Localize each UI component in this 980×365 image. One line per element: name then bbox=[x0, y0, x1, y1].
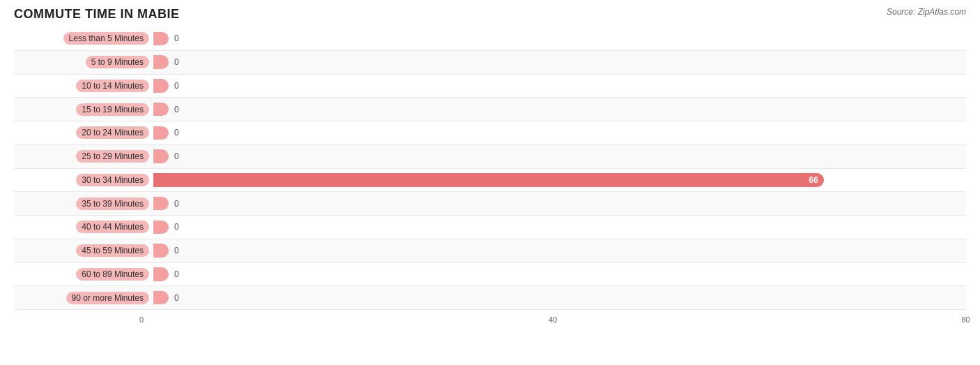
bar-label: 20 to 24 Minutes bbox=[76, 126, 149, 139]
bar-track: 0 bbox=[153, 263, 966, 286]
bar-label-cell: 25 to 29 Minutes bbox=[14, 150, 153, 163]
bar-track: 0 bbox=[153, 27, 966, 50]
bar-value: 0 bbox=[174, 246, 179, 255]
bar-track: 0 bbox=[153, 239, 966, 262]
table-row: 35 to 39 Minutes0 bbox=[14, 192, 966, 216]
bar-track: 66 bbox=[153, 169, 966, 192]
table-row: 25 to 29 Minutes0 bbox=[14, 145, 966, 169]
bar-track: 0 bbox=[153, 216, 966, 239]
bar-label-cell: 90 or more Minutes bbox=[14, 292, 153, 304]
bar-label-cell: 10 to 14 Minutes bbox=[14, 80, 153, 92]
table-row: 40 to 44 Minutes0 bbox=[14, 216, 966, 239]
chart-header: COMMUTE TIME IN MABIE Source: ZipAtlas.c… bbox=[14, 7, 966, 22]
bar-label: Less than 5 Minutes bbox=[63, 32, 149, 45]
axis-label: 0 bbox=[139, 315, 144, 324]
bar-fill: 0 bbox=[153, 267, 169, 281]
bar-label-cell: 20 to 24 Minutes bbox=[14, 126, 153, 139]
table-row: 5 to 9 Minutes0 bbox=[14, 51, 966, 75]
table-row: 90 or more Minutes0 bbox=[14, 286, 966, 310]
table-row: 60 to 89 Minutes0 bbox=[14, 263, 966, 287]
bar-value: 0 bbox=[174, 269, 179, 279]
bar-value: 0 bbox=[174, 81, 179, 91]
bar-label: 25 to 29 Minutes bbox=[76, 150, 149, 163]
table-row: 20 to 24 Minutes0 bbox=[14, 121, 966, 145]
chart-container: COMMUTE TIME IN MABIE Source: ZipAtlas.c… bbox=[0, 0, 980, 365]
table-row: 10 to 14 Minutes0 bbox=[14, 75, 966, 98]
bar-fill: 0 bbox=[153, 79, 169, 93]
bar-label-cell: 35 to 39 Minutes bbox=[14, 198, 153, 210]
bar-label: 35 to 39 Minutes bbox=[76, 198, 149, 210]
bar-fill: 0 bbox=[153, 126, 169, 140]
bar-label: 15 to 19 Minutes bbox=[76, 103, 149, 116]
axis-label: 40 bbox=[549, 315, 557, 324]
table-row: 15 to 19 Minutes0 bbox=[14, 98, 966, 121]
bar-value: 0 bbox=[174, 151, 179, 161]
bar-label: 5 to 9 Minutes bbox=[86, 56, 149, 68]
bar-track: 0 bbox=[153, 98, 966, 121]
bar-label-cell: 15 to 19 Minutes bbox=[14, 103, 153, 116]
bar-fill: 0 bbox=[153, 149, 169, 163]
bar-value: 0 bbox=[174, 33, 179, 43]
bar-fill: 0 bbox=[153, 32, 169, 46]
bar-label-cell: 30 to 34 Minutes bbox=[14, 174, 153, 186]
bar-label-cell: Less than 5 Minutes bbox=[14, 32, 153, 45]
bar-label: 40 to 44 Minutes bbox=[76, 221, 149, 233]
axis-label: 80 bbox=[961, 315, 970, 324]
bar-track: 0 bbox=[153, 192, 966, 215]
bar-value: 0 bbox=[174, 199, 179, 209]
bar-value: 66 bbox=[809, 175, 818, 185]
bar-label-cell: 40 to 44 Minutes bbox=[14, 221, 153, 233]
bar-track: 0 bbox=[153, 121, 966, 144]
bar-label-cell: 45 to 59 Minutes bbox=[14, 244, 153, 257]
bar-fill: 0 bbox=[153, 103, 169, 117]
bar-track: 0 bbox=[153, 145, 966, 168]
bar-track: 0 bbox=[153, 51, 966, 74]
table-row: 45 to 59 Minutes0 bbox=[14, 239, 966, 263]
table-row: Less than 5 Minutes0 bbox=[14, 27, 966, 51]
bar-label: 60 to 89 Minutes bbox=[76, 268, 149, 281]
bar-fill: 0 bbox=[153, 291, 169, 305]
bar-label-cell: 5 to 9 Minutes bbox=[14, 56, 153, 68]
bar-label-cell: 60 to 89 Minutes bbox=[14, 268, 153, 281]
bar-track: 0 bbox=[153, 75, 966, 98]
bar-label: 45 to 59 Minutes bbox=[76, 244, 149, 257]
bar-value: 0 bbox=[174, 293, 179, 303]
chart-title: COMMUTE TIME IN MABIE bbox=[14, 7, 180, 22]
bar-value: 0 bbox=[174, 222, 179, 232]
bar-value: 0 bbox=[174, 57, 179, 67]
chart-source: Source: ZipAtlas.com bbox=[887, 7, 966, 17]
bar-fill: 0 bbox=[153, 244, 169, 258]
rows-container: Less than 5 Minutes05 to 9 Minutes010 to… bbox=[14, 27, 966, 310]
chart-area: 04080 Less than 5 Minutes05 to 9 Minutes… bbox=[14, 27, 966, 327]
bar-value: 0 bbox=[174, 128, 179, 137]
bar-fill: 66 bbox=[153, 173, 824, 187]
bar-value: 0 bbox=[174, 105, 179, 114]
bar-label: 30 to 34 Minutes bbox=[76, 174, 149, 186]
bar-label: 10 to 14 Minutes bbox=[76, 80, 149, 92]
bar-fill: 0 bbox=[153, 55, 169, 69]
bar-fill: 0 bbox=[153, 197, 169, 211]
table-row: 30 to 34 Minutes66 bbox=[14, 169, 966, 193]
bar-fill: 0 bbox=[153, 221, 169, 234]
bar-track: 0 bbox=[153, 286, 966, 309]
bar-label: 90 or more Minutes bbox=[66, 292, 149, 304]
